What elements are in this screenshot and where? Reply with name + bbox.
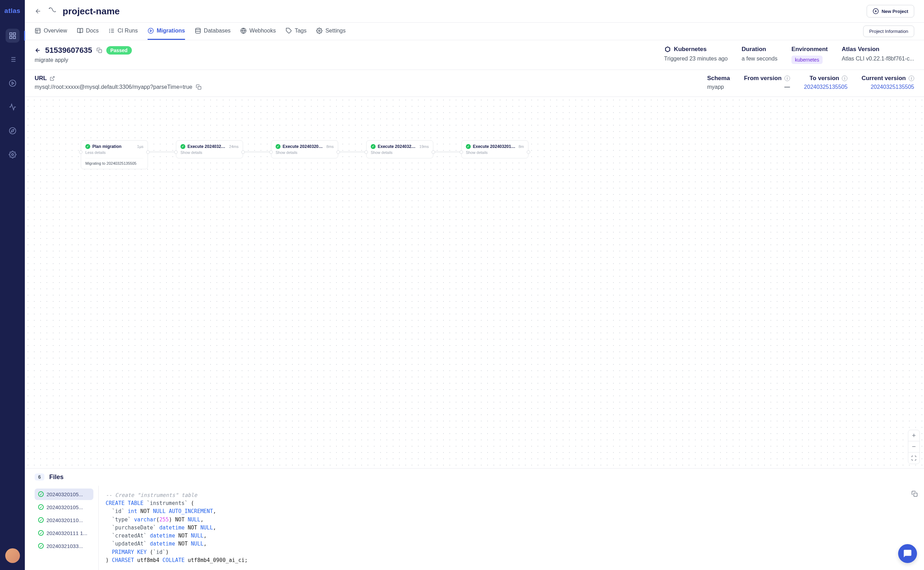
sidebar-dashboard[interactable] (6, 29, 20, 43)
tab-tags[interactable]: Tags (286, 23, 307, 40)
info-icon[interactable]: i (909, 75, 914, 81)
node-details-toggle[interactable]: Show details (181, 150, 239, 155)
copy-url-button[interactable] (196, 84, 201, 90)
zoom-fit-button[interactable] (908, 452, 919, 464)
arrow-left-icon (35, 8, 41, 15)
triggered-value: Triggered 23 minutes ago (664, 55, 728, 62)
book-icon (77, 28, 83, 34)
layout-icon (35, 28, 41, 34)
node-time: 24ms (229, 144, 239, 149)
kubernetes-icon (664, 46, 671, 53)
file-item[interactable]: 20240320105... (35, 501, 93, 513)
svg-rect-1 (13, 33, 15, 35)
copy-code-button[interactable] (912, 490, 918, 497)
check-icon (38, 504, 44, 510)
run-id: 51539607635 (45, 46, 92, 55)
check-circle-icon (371, 144, 375, 149)
svg-rect-20 (35, 28, 40, 33)
tab-settings[interactable]: Settings (316, 23, 346, 40)
new-project-label: New Project (882, 9, 908, 14)
migration-node[interactable]: Execute 2024032010531024msShow details (176, 140, 243, 158)
new-project-button[interactable]: New Project (867, 5, 914, 17)
svg-marker-13 (11, 129, 14, 132)
node-title: Execute 20240320111126 (473, 144, 516, 149)
sidebar-play[interactable] (6, 76, 20, 90)
tab-webhooks[interactable]: Webhooks (240, 23, 276, 40)
list-icon (9, 55, 17, 63)
compass-icon (9, 127, 17, 135)
env-pill: kubernetes (791, 55, 823, 64)
chat-button[interactable] (898, 544, 917, 563)
zoom-controls (908, 430, 920, 464)
svg-rect-40 (914, 493, 917, 496)
check-icon (38, 543, 44, 549)
source-label: Kubernetes (674, 46, 707, 53)
node-details-toggle[interactable]: Show details (466, 150, 524, 155)
checklist-icon (109, 28, 115, 34)
node-details-toggle[interactable]: Show details (371, 150, 429, 155)
file-name: 20240321033... (46, 543, 83, 549)
info-icon[interactable]: i (842, 75, 847, 81)
sidebar-activity[interactable] (6, 100, 20, 114)
grid-icon (9, 32, 17, 40)
tab-overview[interactable]: Overview (35, 23, 67, 40)
zoom-out-button[interactable] (908, 441, 919, 452)
sidebar-settings[interactable] (6, 147, 20, 162)
duration-label: Duration (742, 46, 777, 53)
tab-docs[interactable]: Docs (77, 23, 99, 40)
svg-rect-34 (99, 50, 102, 53)
node-time: 1µs (137, 144, 143, 149)
svg-point-16 (49, 8, 50, 8)
schema-label: Schema (707, 75, 730, 82)
tab-databases[interactable]: Databases (195, 23, 231, 40)
sidebar-explore[interactable] (6, 124, 20, 138)
migration-node[interactable]: Plan migration1µsLess detailsMigrating t… (81, 140, 148, 169)
database-icon (195, 28, 201, 34)
project-information-button[interactable]: Project Information (863, 26, 914, 37)
file-name: 20240320110... (46, 517, 83, 523)
tag-icon (286, 28, 292, 34)
plus-circle-icon (873, 8, 879, 14)
avatar[interactable] (5, 548, 20, 563)
migration-node[interactable]: Execute 2024032011000619msShow details (366, 140, 433, 158)
file-item[interactable]: 20240320105... (35, 489, 93, 500)
svg-rect-2 (9, 36, 12, 38)
node-time: 19ms (419, 144, 429, 149)
tab-migrations[interactable]: Migrations (147, 23, 185, 40)
from-version-label: From version (744, 75, 781, 82)
current-version-link[interactable]: 20240325135505 (870, 84, 914, 90)
node-time: 8ms (326, 144, 334, 149)
check-icon (38, 530, 44, 536)
to-version-link[interactable]: 20240325135505 (804, 84, 848, 90)
svg-rect-36 (198, 86, 201, 89)
info-icon[interactable]: i (785, 75, 790, 81)
run-back-button[interactable] (35, 47, 41, 54)
migration-node[interactable]: Execute 202403201111268mShow details (461, 140, 529, 158)
top-header: project-name New Project (25, 0, 924, 23)
copy-icon (97, 48, 102, 53)
svg-rect-0 (9, 33, 12, 35)
tab-ci-runs[interactable]: CI Runs (109, 23, 138, 40)
external-link-icon[interactable] (50, 76, 55, 81)
files-section: 6 Files 20240320105...20240320105...2024… (25, 468, 924, 570)
node-details-toggle[interactable]: Show details (276, 150, 334, 155)
code-panel: -- Create "instruments" table CREATE TAB… (98, 486, 924, 570)
duration-value: a few seconds (742, 55, 777, 62)
node-title: Plan migration (92, 144, 135, 149)
migration-canvas[interactable]: Plan migration1µsLess detailsMigrating t… (25, 97, 924, 468)
check-icon (38, 491, 44, 497)
file-item[interactable]: 20240320110... (35, 515, 93, 526)
svg-point-12 (9, 128, 15, 134)
copy-run-id-button[interactable] (97, 48, 102, 53)
migration-node[interactable]: Execute 202403201055278msShow details (271, 140, 338, 158)
sidebar-list[interactable] (6, 52, 20, 66)
tabs: Overview Docs CI Runs Migrations Databas… (25, 23, 924, 40)
file-item[interactable]: 20240321033... (35, 540, 93, 552)
back-button[interactable] (35, 8, 41, 15)
env-label: Environment (791, 46, 828, 53)
check-icon (38, 517, 44, 523)
file-list: 20240320105...20240320105...20240320110.… (25, 486, 98, 570)
file-item[interactable]: 20240320111 1... (35, 527, 93, 539)
node-details-toggle[interactable]: Less details (85, 150, 143, 155)
zoom-in-button[interactable] (908, 430, 919, 441)
